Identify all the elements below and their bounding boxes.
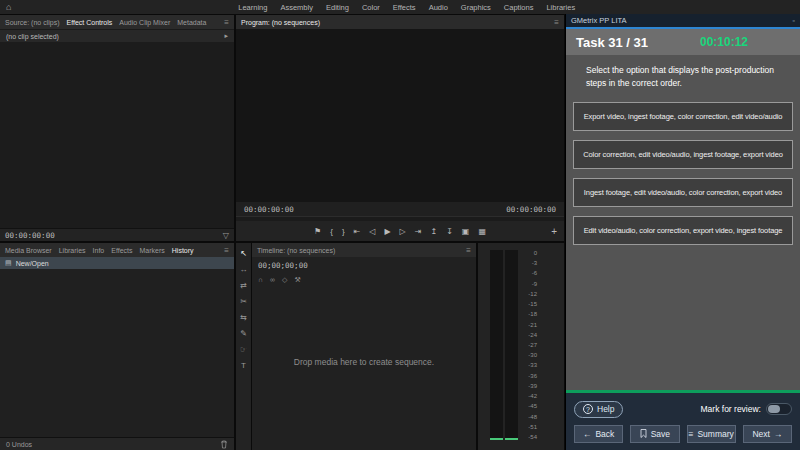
mark-in-icon[interactable]: { [330,227,333,236]
task-timer: 00:10:12 [700,35,748,49]
timeline-body: 00;00;00;00 ∩ ∞ ◇ ⚒ Drop media here to c… [252,257,476,450]
program-duration-timecode: 00:00:00:00 [506,205,556,214]
gmetrix-window-title: GMetrix PP LITA [571,16,627,25]
panel-menu-icon[interactable]: ≡ [224,246,229,255]
hand-tool-icon[interactable]: ☞ [240,346,247,354]
mark-for-review-toggle[interactable] [766,403,792,415]
extract-icon[interactable]: ↧ [446,227,453,236]
task-counter: Task 31 / 31 [576,35,648,50]
comparison-view-icon[interactable]: ▦ [478,227,486,236]
scale-label: -18 [523,311,537,317]
answer-option-1[interactable]: Export video, ingest footage, color corr… [573,102,793,131]
save-button[interactable]: Save [630,425,679,443]
linked-selection-icon[interactable]: ∞ [270,276,275,284]
gmetrix-footer: ? Help Mark for review: ← Back Save [566,390,800,450]
program-viewer [236,29,564,202]
tab-effect-controls[interactable]: Effect Controls [66,19,112,26]
tab-info[interactable]: Info [93,247,105,254]
next-button[interactable]: Next → [743,425,792,443]
workspace-tab-editing[interactable]: Editing [326,3,349,12]
step-forward-icon[interactable]: ▷ [400,227,406,236]
window-control-icon[interactable]: ▫ [793,17,795,24]
help-button[interactable]: ? Help [574,401,623,418]
answer-option-4[interactable]: Edit video/audio, color correction, expo… [573,216,793,245]
workspace-tab-effects[interactable]: Effects [393,3,416,12]
slip-tool-icon[interactable]: ⇆ [240,314,247,322]
home-icon[interactable]: ⌂ [6,2,11,12]
question-text: Select the option that displays the post… [566,55,800,96]
mark-for-review-label: Mark for review: [701,404,761,414]
back-arrow-icon: ← [583,429,592,439]
gmetrix-window: GMetrix PP LITA ▫ Task 31 / 31 00:10:12 … [565,14,800,450]
timeline-toolbar: ∩ ∞ ◇ ⚒ [258,276,301,284]
lift-icon[interactable]: ↥ [430,227,437,236]
scale-label: -30 [523,352,537,358]
answer-option-2[interactable]: Color correction, edit video/audio, inge… [573,140,793,169]
tab-libraries[interactable]: Libraries [59,247,86,254]
effect-controls-timecode[interactable]: 00:00:00:00 [5,231,55,240]
help-label: Help [597,404,614,414]
audio-meters-panel: 0 -3 -6 -9 -12 -15 -18 -21 -24 -27 -30 -… [478,243,564,450]
track-select-tool-icon[interactable]: ↔ [240,266,248,274]
trash-icon[interactable] [220,440,228,449]
effect-controls-panel: Source: (no clips) Effect Controls Audio… [0,15,234,241]
workspace-tab-graphics[interactable]: Graphics [461,3,491,12]
play-icon[interactable]: ▶ [384,227,390,236]
summary-button[interactable]: ≡ Summary [687,425,736,443]
add-marker-icon[interactable]: ⚑ [314,227,321,236]
back-button[interactable]: ← Back [574,425,623,443]
program-current-timecode[interactable]: 00:00:00:00 [244,205,294,214]
scale-label: -15 [523,301,537,307]
program-monitor-title[interactable]: Program: (no sequences) [241,19,320,26]
workspace-tabs: Learning Assembly Editing Color Effects … [19,3,794,12]
workspace-tab-captions[interactable]: Captions [504,3,534,12]
panel-menu-icon[interactable]: ≡ [554,18,559,27]
button-editor-plus-icon[interactable]: + [551,226,557,237]
step-back-icon[interactable]: ◁ [369,227,375,236]
workspace-tab-audio[interactable]: Audio [429,3,448,12]
tab-markers[interactable]: Markers [140,247,165,254]
panel-menu-icon[interactable]: ≡ [224,18,229,27]
answer-option-3[interactable]: Ingest footage, edit video/audio, color … [573,178,793,207]
tab-audio-clip-mixer[interactable]: Audio Clip Mixer [119,19,170,26]
filter-icon[interactable]: ▽ [223,231,229,240]
effect-controls-empty-area [0,42,234,228]
scale-label: -3 [523,260,537,266]
history-row-new-open[interactable]: ▤ New/Open [0,257,234,269]
selection-tool-icon[interactable]: ↖ [240,250,247,258]
snap-icon[interactable]: ∩ [258,276,263,284]
tab-media-browser[interactable]: Media Browser [5,247,52,254]
workspace-tab-libraries[interactable]: Libraries [546,3,575,12]
workspace-tab-learning[interactable]: Learning [238,3,267,12]
gmetrix-titlebar[interactable]: GMetrix PP LITA ▫ [566,14,800,29]
ripple-edit-tool-icon[interactable]: ⇄ [240,282,247,290]
timeline-settings-icon[interactable]: ⚒ [294,276,300,284]
go-to-out-icon[interactable]: ⇥ [415,227,422,236]
export-frame-icon[interactable]: ▣ [462,227,470,236]
scale-label: -39 [523,383,537,389]
go-to-in-icon[interactable]: ⇤ [354,227,361,236]
timeline-drop-message[interactable]: Drop media here to create sequence. [252,357,476,367]
app-root: ⌂ Learning Assembly Editing Color Effect… [0,0,800,450]
tab-source[interactable]: Source: (no clips) [5,19,59,26]
history-footer: 0 Undos [0,437,234,450]
next-arrow-icon: → [774,429,783,439]
scale-label: -12 [523,291,537,297]
mark-out-icon[interactable]: } [342,227,345,236]
timeline-timecode[interactable]: 00;00;00;00 [258,261,308,270]
workspace-tab-color[interactable]: Color [362,3,380,12]
collapse-arrow-icon[interactable]: ▸ [224,32,228,40]
timeline-title[interactable]: Timeline: (no sequences) [257,247,335,254]
add-marker-icon[interactable]: ◇ [282,276,287,284]
type-tool-icon[interactable]: T [241,362,246,370]
scale-label: -21 [523,322,537,328]
no-clip-label: (no clip selected) [6,33,59,40]
tab-history[interactable]: History [172,247,194,254]
history-list: ▤ New/Open [0,257,234,437]
tab-effects[interactable]: Effects [111,247,132,254]
razor-tool-icon[interactable]: ✂ [240,298,247,306]
panel-menu-icon[interactable]: ≡ [466,246,471,255]
tab-metadata[interactable]: Metadata [177,19,206,26]
pen-tool-icon[interactable]: ✎ [240,330,247,338]
workspace-tab-assembly[interactable]: Assembly [280,3,313,12]
